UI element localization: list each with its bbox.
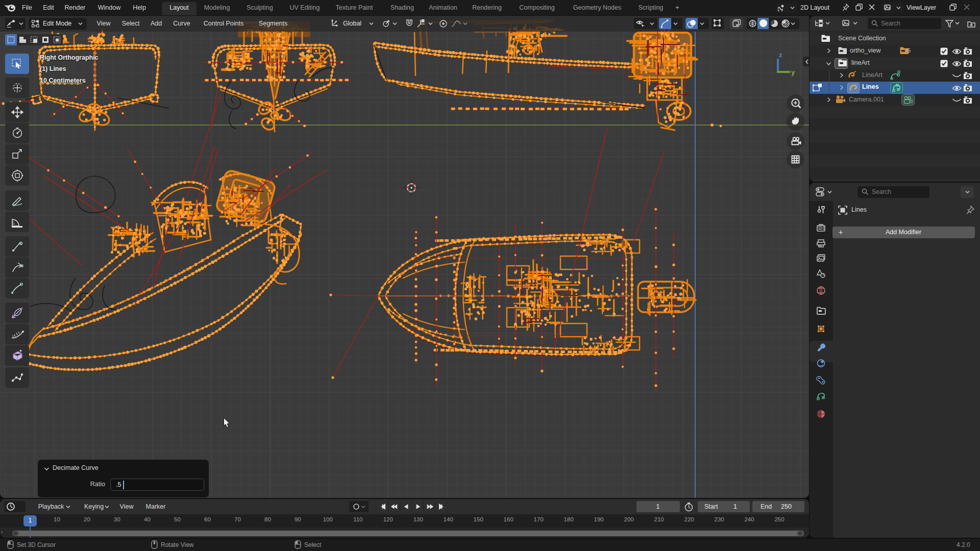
svg-text:y: y: [791, 68, 795, 76]
svg-text:z: z: [779, 51, 782, 59]
